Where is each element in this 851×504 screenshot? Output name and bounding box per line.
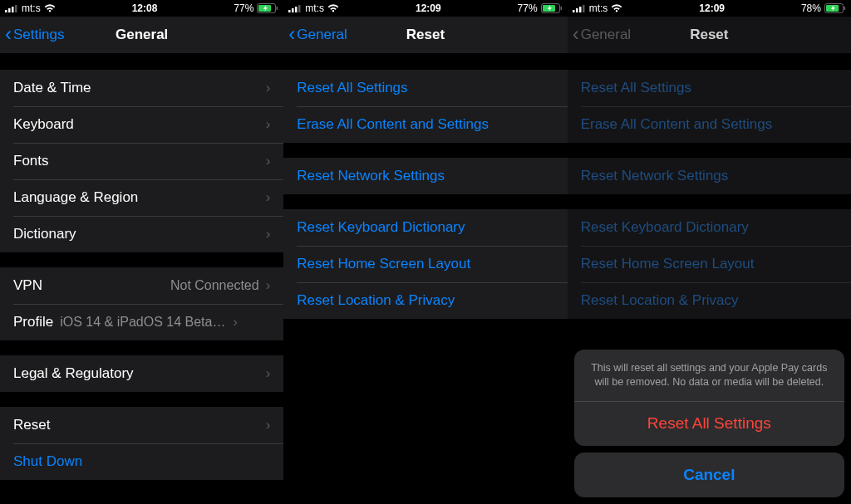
status-bar: mt:s 12:08 77% [0,0,283,17]
reset-all-settings-button[interactable]: Reset All Settings [574,401,844,446]
nav-bar: ‹ Settings General [0,17,283,53]
row-label: Language & Region [13,189,266,206]
svg-rect-10 [298,5,301,12]
svg-rect-7 [288,10,291,12]
action-sheet-message: This will reset all settings and your Ap… [574,350,844,401]
row-reset-all-settings: Reset All Settings [568,70,851,106]
svg-rect-14 [573,10,575,12]
status-bar: mt:s 12:09 78% [568,0,851,17]
chevron-right-icon: › [266,365,271,382]
chevron-right-icon: › [266,116,271,133]
row-label: Reset Home Screen Layout [297,256,553,272]
carrier-label: mt:s [305,2,324,14]
nav-bar: ‹ General Reset [568,17,851,53]
svg-rect-1 [8,8,11,12]
carrier-label: mt:s [589,2,608,14]
group-reset-network: Reset Network Settings [283,158,567,194]
row-keyboard[interactable]: Keyboard› [0,106,283,143]
chevron-right-icon: › [266,153,271,169]
back-label: General [581,27,631,43]
action-sheet-panel: This will reset all settings and your Ap… [574,350,844,446]
clock: 12:09 [699,2,725,14]
row-label: Reset All Settings [297,80,553,96]
battery-percent-label: 78% [801,2,821,14]
chevron-left-icon: ‹ [573,24,579,44]
row-vpn[interactable]: VPNNot Connected› [0,267,283,304]
svg-rect-0 [5,10,7,12]
row-reset-keyboard-dict[interactable]: Reset Keyboard Dictionary [283,209,567,246]
row-label: Keyboard [13,116,266,133]
group-date-keyboard: Date & Time› Keyboard› Fonts› Language &… [0,70,283,252]
row-erase-all: Erase All Content and Settings [568,106,851,143]
row-reset-home-layout[interactable]: Reset Home Screen Layout [283,246,567,282]
row-legal-regulatory[interactable]: Legal & Regulatory› [0,355,283,392]
battery-charging-icon [824,3,846,13]
row-reset-location-privacy[interactable]: Reset Location & Privacy [283,282,567,319]
row-label: Reset Location & Privacy [581,292,838,309]
chevron-right-icon: › [266,417,271,433]
row-detail: Not Connected [170,278,259,293]
back-button[interactable]: ‹ Settings [5,17,64,53]
row-reset-network: Reset Network Settings [568,158,851,194]
group-reset-shutdown: Reset› Shut Down [0,407,283,480]
row-reset[interactable]: Reset› [0,407,283,443]
row-label: Reset Keyboard Dictionary [581,219,838,236]
row-profile[interactable]: ProfileiOS 14 & iPadOS 14 Beta Softwar..… [0,304,283,340]
cellular-signal-icon [5,4,18,12]
back-button: ‹ General [573,17,631,53]
row-label: Profile [13,314,53,330]
row-dictionary[interactable]: Dictionary› [0,216,283,252]
svg-rect-3 [15,5,17,12]
row-label: Erase All Content and Settings [581,116,838,133]
row-reset-location-privacy: Reset Location & Privacy [568,282,851,319]
battery-charging-icon [541,3,563,13]
row-reset-network[interactable]: Reset Network Settings [283,158,567,194]
svg-rect-2 [12,7,14,12]
page-title: Reset [690,27,728,43]
row-reset-keyboard-dict: Reset Keyboard Dictionary [568,209,851,246]
row-shut-down[interactable]: Shut Down [0,443,283,480]
clock: 12:08 [132,2,158,14]
svg-rect-13 [560,7,562,10]
action-sheet: This will reset all settings and your Ap… [574,350,844,497]
group-vpn-profile: VPNNot Connected› ProfileiOS 14 & iPadOS… [0,267,283,340]
row-label: Reset Network Settings [581,168,838,184]
row-label: Reset Keyboard Dictionary [297,219,553,236]
row-date-time[interactable]: Date & Time› [0,70,283,106]
row-fonts[interactable]: Fonts› [0,143,283,179]
phone-reset-confirm: mt:s 12:09 78% ‹ General Reset Reset All… [568,0,851,504]
group-reset-misc: Reset Keyboard Dictionary Reset Home Scr… [283,209,567,319]
battery-percent-label: 77% [234,2,253,14]
row-label: Legal & Regulatory [13,365,266,382]
svg-rect-9 [295,7,298,12]
cellular-signal-icon [288,4,302,12]
svg-rect-16 [579,7,582,12]
row-language-region[interactable]: Language & Region› [0,179,283,216]
chevron-right-icon: › [266,189,271,206]
row-label: Reset Home Screen Layout [581,256,838,272]
row-label: VPN [13,277,170,294]
row-label: Shut Down [13,453,270,470]
group-reset-main: Reset All Settings Erase All Content and… [568,70,851,143]
cellular-signal-icon [573,4,586,12]
row-reset-all-settings[interactable]: Reset All Settings [283,70,567,106]
phone-general: mt:s 12:08 77% ‹ Settings General Date &… [0,0,283,504]
chevron-left-icon: ‹ [5,24,12,44]
nav-bar: ‹ General Reset [283,17,567,53]
page-title: Reset [406,27,445,43]
cancel-button[interactable]: Cancel [574,453,844,497]
carrier-label: mt:s [22,2,41,14]
wifi-icon [611,4,622,12]
back-button[interactable]: ‹ General [288,17,347,53]
back-label: General [297,27,347,43]
row-erase-all[interactable]: Erase All Content and Settings [283,106,567,143]
row-label: Reset Network Settings [297,168,553,184]
row-detail: iOS 14 & iPadOS 14 Beta Softwar... [60,315,226,330]
svg-rect-8 [292,8,294,12]
back-label: Settings [13,27,64,43]
group-reset-misc: Reset Keyboard Dictionary Reset Home Scr… [568,209,851,319]
chevron-right-icon: › [233,314,238,330]
group-reset-network: Reset Network Settings [568,158,851,194]
row-label: Reset Location & Privacy [297,292,553,309]
row-label: Dictionary [13,226,266,242]
